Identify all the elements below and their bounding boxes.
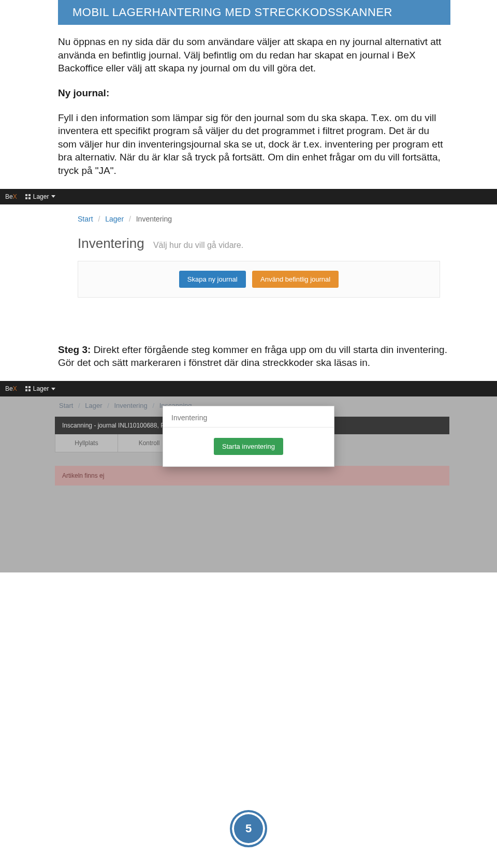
page-number: 5: [245, 822, 252, 835]
page-number-badge: 5: [230, 810, 267, 847]
menu-lager[interactable]: Lager: [25, 193, 56, 200]
use-existing-journal-button[interactable]: Använd befintlig journal: [252, 271, 339, 288]
breadcrumb-start[interactable]: Start: [78, 215, 93, 223]
app-topbar: BeX Lager: [0, 381, 497, 396]
breadcrumb-lager[interactable]: Lager: [85, 402, 102, 409]
breadcrumb: Start / Lager / Inventering: [78, 212, 440, 236]
menu-lager-label: Lager: [33, 385, 49, 392]
article-not-found-alert: Artikeln finns ej: [55, 466, 449, 486]
chevron-down-icon: [51, 388, 55, 390]
doc-header: MOBIL LAGERHANTERING MED STRECKKODSSKANN…: [58, 0, 450, 25]
breadcrumb-start[interactable]: Start: [59, 402, 73, 409]
brand-logo: BeX: [5, 193, 17, 200]
intro-paragraph: Nu öppnas en ny sida där du som användar…: [58, 35, 450, 75]
screenshot-start-inventering: BeX Lager Start / Lager / Inventering / …: [0, 381, 497, 572]
chevron-down-icon: [51, 195, 55, 198]
step3-paragraph: Steg 3: Direkt efter förgående steg komm…: [58, 343, 450, 370]
breadcrumb-current: Inventering: [136, 215, 172, 223]
doc-header-title: MOBIL LAGERHANTERING MED STRECKKODSSKANN…: [72, 6, 392, 19]
ny-journal-body: Fyll i den information som lämpar sig fö…: [58, 111, 450, 178]
journal-choice-panel: Skapa ny journal Använd befintlig journa…: [78, 261, 440, 298]
menu-lager[interactable]: Lager: [25, 385, 56, 392]
grid-icon: [25, 386, 31, 391]
tab-hyllplats[interactable]: Hyllplats: [55, 434, 118, 452]
menu-lager-label: Lager: [33, 193, 49, 200]
brand-logo: BeX: [5, 385, 17, 392]
create-new-journal-button[interactable]: Skapa ny journal: [179, 271, 246, 288]
ny-journal-heading: Ny journal:: [58, 87, 109, 98]
screenshot-inventering-choice: BeX Lager Start / Lager / Inventering In…: [0, 189, 497, 312]
grid-icon: [25, 194, 31, 199]
dialog-title: Inventering: [163, 406, 334, 428]
breadcrumb-inventering[interactable]: Inventering: [114, 402, 147, 409]
page-title: Inventering Välj hur du vill gå vidare.: [78, 236, 440, 252]
page-subtitle: Välj hur du vill gå vidare.: [153, 241, 243, 249]
step3-lead: Steg 3:: [58, 344, 91, 355]
app-topbar: BeX Lager: [0, 189, 497, 204]
breadcrumb-lager[interactable]: Lager: [105, 215, 124, 223]
step3-body: Direkt efter förgående steg kommer en fr…: [58, 344, 447, 369]
start-inventering-button[interactable]: Starta inventering: [214, 438, 283, 455]
start-inventering-dialog: Inventering Starta inventering: [163, 406, 334, 467]
